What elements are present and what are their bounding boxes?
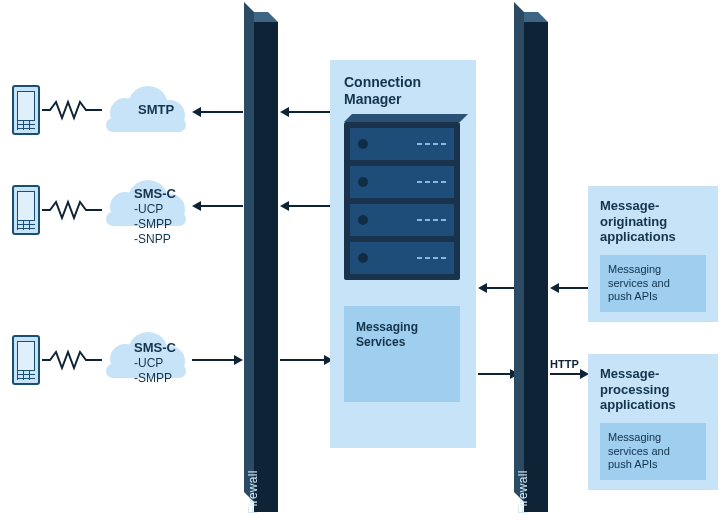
sub-line: push APIs — [608, 290, 658, 302]
connection-manager-box: Connection Manager Messaging Services — [330, 60, 476, 448]
sub-line: push APIs — [608, 458, 658, 470]
title-line: Message- — [600, 366, 659, 381]
phone-device — [12, 85, 40, 135]
cloud-subline: -UCP — [134, 356, 163, 370]
message-originating-app-box: Message- originating applications Messag… — [588, 186, 718, 322]
messaging-label: Messaging — [356, 320, 448, 335]
sub-line: services and — [608, 445, 670, 457]
cloud-smtp: SMTP — [100, 86, 192, 132]
http-label: HTTP — [550, 358, 579, 370]
firewall-label: Firewall — [246, 470, 260, 514]
sub-line: Messaging — [608, 431, 661, 443]
phone-device — [12, 335, 40, 385]
message-processing-app-box: Message- processing applications Messagi… — [588, 354, 718, 490]
cloud-subline: -SMPP — [134, 217, 172, 231]
server-icon — [344, 122, 460, 280]
cloud-subline: -SMPP — [134, 371, 172, 385]
firewall-left: Firewall — [244, 12, 278, 512]
firewall-label: Firewall — [516, 470, 530, 514]
title-line: Manager — [344, 91, 402, 107]
messaging-label: Services — [356, 335, 448, 350]
zigzag-connector — [42, 200, 102, 224]
cloud-label: SMS-C — [134, 186, 176, 201]
title-line: applications — [600, 229, 676, 244]
cloud-subline: -UCP — [134, 202, 163, 216]
cloud-label: SMS-C — [134, 340, 176, 355]
zigzag-connector — [42, 350, 102, 374]
cloud-subline: -SNPP — [134, 232, 171, 246]
sub-line: Messaging — [608, 263, 661, 275]
cloud-label: SMTP — [138, 102, 174, 117]
connection-manager-title: Connection Manager — [344, 74, 462, 108]
app-sub: Messaging services and push APIs — [600, 423, 706, 480]
zigzag-connector — [42, 100, 102, 124]
title-line: originating — [600, 214, 667, 229]
firewall-right: Firewall — [514, 12, 548, 512]
phone-device — [12, 185, 40, 235]
cloud-smsc-1: SMS-C -UCP -SMPP -SNPP — [100, 180, 192, 226]
app-title: Message- originating applications — [600, 198, 706, 245]
app-title: Message- processing applications — [600, 366, 706, 413]
title-line: Connection — [344, 74, 421, 90]
title-line: processing — [600, 382, 669, 397]
app-sub: Messaging services and push APIs — [600, 255, 706, 312]
title-line: applications — [600, 397, 676, 412]
title-line: Message- — [600, 198, 659, 213]
sub-line: services and — [608, 277, 670, 289]
cloud-smsc-2: SMS-C -UCP -SMPP — [100, 332, 192, 378]
messaging-services-box: Messaging Services — [344, 306, 460, 402]
